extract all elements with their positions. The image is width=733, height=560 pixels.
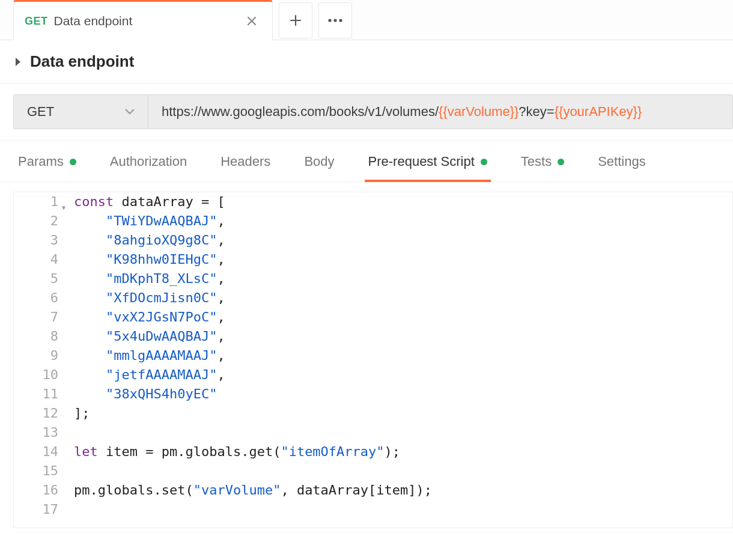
line-number: 5	[50, 271, 58, 286]
code-lines: 1▼const dataArray = [ 2 "TWiYDwAAQBAJ", …	[14, 192, 732, 519]
status-dot-icon	[70, 159, 76, 165]
line-number: 17	[43, 502, 59, 517]
http-method-select[interactable]: GET	[13, 94, 148, 129]
line-number: 12	[43, 406, 59, 421]
token-punc: ,	[217, 252, 225, 267]
tab-body[interactable]: Body	[304, 154, 334, 181]
token-punc: ,	[217, 213, 225, 228]
tab-tests[interactable]: Tests	[521, 154, 564, 181]
tab-label: Params	[18, 154, 64, 169]
svg-point-1	[333, 19, 336, 22]
url-variable: {{varVolume}}	[439, 104, 519, 120]
tab-pre-request-script[interactable]: Pre-request Script	[368, 154, 487, 181]
status-dot-icon	[481, 159, 487, 165]
token-ident: , dataArray[item]);	[281, 482, 432, 498]
url-row: GET https://www.googleapis.com/books/v1/…	[0, 84, 733, 141]
tab-params[interactable]: Params	[18, 154, 76, 181]
tab-label: Settings	[598, 154, 646, 169]
line-number: 13	[43, 425, 59, 440]
request-tab[interactable]: GET Data endpoint	[13, 0, 273, 40]
token-string: "jetfAAAAMAAJ"	[106, 367, 217, 382]
token-ident: pm.globals.set(	[74, 482, 193, 498]
request-heading[interactable]: Data endpoint	[0, 40, 733, 84]
token-ident: dataArray	[114, 194, 201, 209]
tab-authorization[interactable]: Authorization	[110, 154, 187, 181]
token-string: "mDKphT8_XLsC"	[106, 271, 217, 286]
token-string: "mmlgAAAAMAAJ"	[106, 348, 217, 363]
tab-headers[interactable]: Headers	[221, 154, 270, 181]
token-ident: item = pm.globals.get(	[98, 444, 281, 459]
token-punc: ,	[217, 271, 225, 286]
tab-label: Headers	[221, 154, 270, 169]
token-string: "8ahgioXQ9g8C"	[106, 233, 217, 248]
tab-label: Pre-request Script	[368, 154, 475, 169]
token-punc: ];	[74, 406, 90, 421]
token-punc: ,	[217, 367, 225, 382]
tab-label: Tests	[521, 154, 552, 169]
tab-method-badge: GET	[25, 15, 48, 28]
token-keyword: const	[74, 194, 114, 209]
token-string: "5x4uDwAAQBAJ"	[106, 329, 217, 344]
tab-label: Authorization	[110, 154, 187, 169]
line-number: 1	[50, 194, 58, 209]
line-number: 6	[50, 290, 58, 305]
line-number: 7	[50, 309, 58, 324]
svg-point-0	[328, 19, 331, 22]
line-number: 11	[43, 386, 59, 401]
token-punc: );	[385, 444, 401, 459]
caret-right-icon	[14, 57, 22, 67]
url-query-prefix: ?key=	[519, 104, 554, 120]
token-punc: ,	[217, 290, 225, 305]
token-string: "itemOfArray"	[281, 444, 384, 459]
new-tab-button[interactable]	[279, 2, 312, 38]
line-number: 9	[50, 348, 58, 363]
url-input[interactable]: https://www.googleapis.com/books/v1/volu…	[148, 94, 733, 129]
line-number: 16	[43, 482, 59, 498]
url-variable: {{yourAPIKey}}	[555, 104, 642, 120]
status-dot-icon	[558, 159, 564, 165]
svg-point-2	[339, 19, 342, 22]
line-number: 4	[50, 252, 58, 267]
line-number: 10	[43, 367, 59, 382]
token-punc: ,	[217, 309, 225, 324]
token-keyword: let	[74, 444, 98, 459]
tab-strip: GET Data endpoint	[0, 0, 733, 40]
tab-title: Data endpoint	[54, 14, 242, 28]
token-string: "vxX2JGsN7PoC"	[106, 309, 217, 324]
token-string: "XfDOcmJisn0C"	[106, 290, 217, 305]
token-string: "TWiYDwAAQBAJ"	[106, 213, 217, 228]
line-number: 2	[50, 213, 58, 228]
line-number: 8	[50, 329, 58, 344]
http-method-value: GET	[27, 104, 54, 120]
chevron-down-icon	[125, 109, 135, 115]
request-name: Data endpoint	[30, 52, 134, 71]
token-punc: = [	[201, 194, 225, 209]
url-base: https://www.googleapis.com/books/v1/volu…	[162, 104, 439, 120]
token-string: "varVolume"	[193, 482, 281, 498]
token-punc: ,	[217, 233, 225, 248]
code-editor[interactable]: 1▼const dataArray = [ 2 "TWiYDwAAQBAJ", …	[13, 192, 733, 528]
token-punc: ,	[217, 348, 225, 363]
line-number: 15	[43, 463, 59, 478]
token-string: "38xQHS4h0yEC"	[106, 386, 217, 401]
close-icon[interactable]	[242, 11, 261, 31]
token-string: "K98hhw0IEHgC"	[106, 252, 217, 267]
tab-overflow-button[interactable]	[318, 2, 352, 38]
token-punc: ,	[217, 329, 225, 344]
tab-settings[interactable]: Settings	[598, 154, 646, 181]
line-number: 3	[50, 233, 58, 248]
tab-label: Body	[304, 154, 334, 169]
line-number: 14	[43, 444, 59, 459]
request-subtabs: Params Authorization Headers Body Pre-re…	[0, 141, 733, 182]
